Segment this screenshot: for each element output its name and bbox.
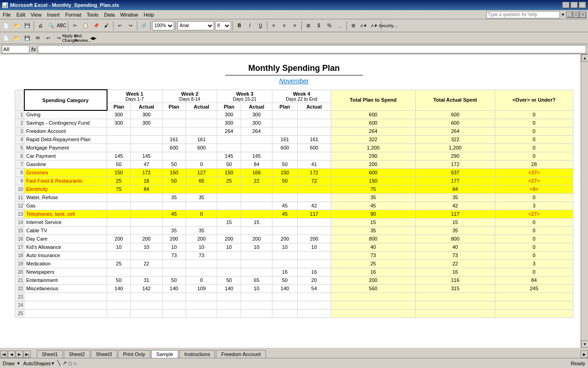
end-review-btn[interactable]: End Review... xyxy=(78,33,88,43)
cell-value[interactable] xyxy=(297,127,331,135)
cell-value[interactable] xyxy=(217,193,241,201)
sheet-tab-print-only[interactable]: Print Only xyxy=(118,350,150,358)
cell-value[interactable]: 145 xyxy=(241,152,272,160)
cell-value[interactable]: 45 xyxy=(162,210,186,218)
table-row[interactable]: 8Groceries150172150127150166150172600637… xyxy=(15,168,573,177)
table-row[interactable]: 23 xyxy=(15,293,573,301)
cell-value[interactable]: 84 xyxy=(241,160,272,168)
cell-value[interactable] xyxy=(130,144,162,152)
cell-value[interactable] xyxy=(186,268,217,276)
question-input[interactable] xyxy=(486,11,560,18)
zoom-selector[interactable]: 100% xyxy=(152,21,174,30)
cell-value[interactable]: 25 xyxy=(217,177,241,185)
font-color-btn[interactable]: A▼ xyxy=(369,21,379,31)
cell-value[interactable] xyxy=(130,293,162,301)
table-row[interactable]: 11Water, Refuse353535350 xyxy=(15,193,573,201)
cell-value[interactable] xyxy=(130,135,162,144)
cell-value[interactable] xyxy=(130,127,162,135)
cell-value[interactable]: 90 xyxy=(331,210,415,218)
cell-value[interactable]: 200 xyxy=(272,235,297,243)
cell-value[interactable] xyxy=(241,309,272,317)
cell-value[interactable] xyxy=(217,301,241,309)
save-btn[interactable]: 💾 xyxy=(22,21,32,31)
hscroll-right[interactable]: ▶ xyxy=(581,351,588,358)
cell-value[interactable] xyxy=(297,152,331,160)
draw-rect[interactable]: □ xyxy=(68,361,72,366)
cell-value[interactable]: 637 xyxy=(415,168,495,177)
vertical-scrollbar[interactable]: ▲ ▼ xyxy=(581,54,588,348)
draw-menu-arrow[interactable]: ▼ xyxy=(17,361,21,366)
cell-value[interactable]: 300 xyxy=(130,119,162,127)
cell-value[interactable]: 42 xyxy=(297,201,331,210)
table-row[interactable]: 17Kid's Allowance101010101010101040400 xyxy=(15,243,573,251)
cell-value[interactable] xyxy=(217,210,241,218)
cell-value[interactable] xyxy=(162,293,186,301)
cell-value[interactable]: 20 xyxy=(297,276,331,284)
category-cell[interactable]: Water, Refuse xyxy=(24,193,107,201)
cell-value[interactable]: 245 xyxy=(495,284,573,293)
format-painter-btn[interactable]: 🖌 xyxy=(102,21,112,31)
cell-value[interactable] xyxy=(186,110,217,119)
percent-btn[interactable]: % xyxy=(324,21,334,31)
vscroll-up[interactable]: ▲ xyxy=(581,54,588,62)
cell-value[interactable]: 10 xyxy=(241,243,272,251)
cell-value[interactable] xyxy=(217,185,241,193)
cell-value[interactable] xyxy=(186,185,217,193)
cell-value[interactable]: 600 xyxy=(415,119,495,127)
menu-edit[interactable]: Edit xyxy=(14,11,28,18)
cell-value[interactable] xyxy=(415,309,495,317)
cell-value[interactable]: 18 xyxy=(130,177,162,185)
cell-value[interactable]: 0 xyxy=(186,160,217,168)
cell-value[interactable]: 10 xyxy=(107,243,131,251)
cell-value[interactable]: 47 xyxy=(130,160,162,168)
cell-value[interactable] xyxy=(186,119,217,127)
cell-value[interactable]: 10 xyxy=(272,243,297,251)
cell-value[interactable]: 140 xyxy=(162,284,186,293)
cell-value[interactable]: 200 xyxy=(331,276,415,284)
merge-btn[interactable]: ⊞ xyxy=(303,21,313,31)
cell-value[interactable] xyxy=(107,210,131,218)
cell-value[interactable]: 600 xyxy=(162,144,186,152)
category-cell[interactable]: Kid's Allowance xyxy=(24,243,107,251)
cell-value[interactable]: 142 xyxy=(130,284,162,293)
italic-btn[interactable]: I xyxy=(245,21,255,31)
cell-value[interactable] xyxy=(186,293,217,301)
cell-value[interactable]: 50 xyxy=(217,160,241,168)
redo-btn[interactable]: ↪ xyxy=(125,21,136,31)
cell-value[interactable] xyxy=(297,293,331,301)
cell-value[interactable]: 145 xyxy=(130,152,162,160)
cell-value[interactable]: 10 xyxy=(241,284,272,293)
category-cell[interactable]: Fast Food & Restaurants xyxy=(24,177,107,185)
copy-btn[interactable]: 📋 xyxy=(80,21,90,31)
cell-value[interactable]: 290 xyxy=(415,152,495,160)
cell-value[interactable]: 264 xyxy=(241,127,272,135)
cell-value[interactable]: 300 xyxy=(241,119,272,127)
cell-value[interactable] xyxy=(241,144,272,152)
cell-value[interactable]: 50 xyxy=(272,160,297,168)
cell-value[interactable]: 0 xyxy=(495,251,573,259)
table-row[interactable]: 12Gas454245423 xyxy=(15,201,573,210)
cell-value[interactable] xyxy=(162,127,186,135)
cell-value[interactable]: 200 xyxy=(162,235,186,243)
table-row[interactable]: 16Day Care200200200200200200200200800800… xyxy=(15,235,573,243)
question-arrow[interactable]: ▼ xyxy=(561,12,565,17)
cell-value[interactable]: 15 xyxy=(415,218,495,226)
cell-value[interactable]: 1,200 xyxy=(415,144,495,152)
cell-value[interactable] xyxy=(107,251,131,259)
tb2-btn3[interactable]: 💾 xyxy=(22,33,32,43)
category-cell[interactable]: Freedom Account xyxy=(24,127,107,135)
cell-value[interactable]: 84 xyxy=(415,185,495,193)
cell-value[interactable]: 264 xyxy=(415,127,495,135)
cell-value[interactable] xyxy=(162,201,186,210)
cell-value[interactable] xyxy=(130,226,162,235)
menu-data[interactable]: Data xyxy=(101,11,117,18)
cell-value[interactable]: 140 xyxy=(107,284,131,293)
cell-value[interactable]: 35 xyxy=(186,226,217,235)
menu-window[interactable]: Window xyxy=(118,11,141,18)
cell-value[interactable]: 150 xyxy=(107,168,131,177)
cell-value[interactable] xyxy=(272,226,297,235)
vscroll-down[interactable]: ▼ xyxy=(581,340,588,348)
cell-value[interactable]: 109 xyxy=(186,284,217,293)
cell-value[interactable]: 161 xyxy=(186,135,217,144)
cell-value[interactable]: 50 xyxy=(217,276,241,284)
